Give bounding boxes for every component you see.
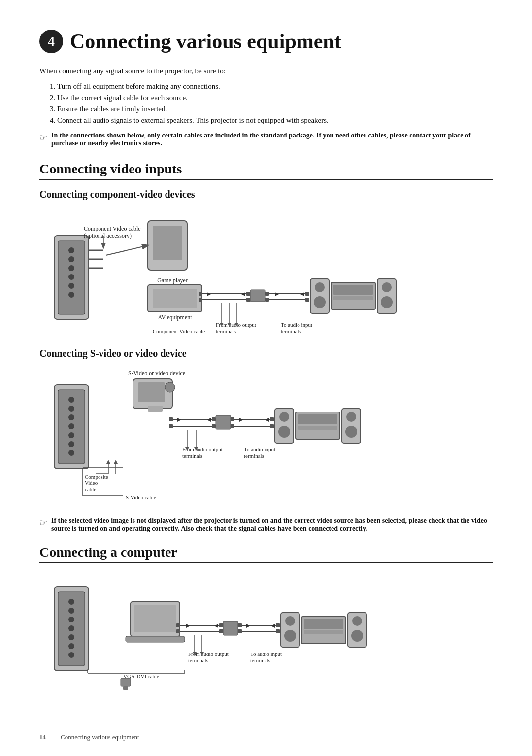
svg-point-125 (68, 643, 74, 649)
svg-rect-151 (304, 619, 343, 629)
svg-point-63 (68, 423, 74, 429)
label-component-cable: Component Video cable (84, 225, 141, 232)
note-text-2: If the selected video image is not displ… (51, 517, 493, 533)
svg-rect-75 (169, 424, 173, 428)
svg-rect-41 (333, 285, 373, 295)
note-text: In the connections shown below, only cer… (51, 132, 493, 147)
diagram-svg-2: S-Video or video device (39, 365, 483, 503)
svg-point-61 (68, 406, 74, 412)
svg-rect-34 (305, 298, 309, 302)
svg-marker-145 (246, 624, 250, 628)
svg-rect-134 (219, 623, 223, 627)
svg-rect-169 (123, 686, 128, 690)
svg-rect-28 (250, 290, 265, 302)
svg-marker-27 (241, 292, 245, 296)
svg-rect-86 (270, 424, 274, 428)
svg-rect-31 (265, 292, 269, 296)
section-title-2: Connecting a computer (39, 545, 493, 563)
svg-rect-71 (148, 406, 163, 412)
list-item: Connect all audio signals to external sp… (57, 116, 493, 125)
svg-point-62 (68, 414, 74, 420)
diagram-svg-1: Component Video cable (optional accessor… (39, 206, 483, 334)
svg-point-5 (68, 274, 74, 280)
svg-rect-24 (246, 292, 250, 296)
svg-text:terminals: terminals (216, 328, 236, 334)
svg-text:Component Video cable: Component Video cable (153, 328, 205, 334)
svg-text:(optional accessory): (optional accessory) (84, 232, 132, 239)
svg-text:From audio output: From audio output (182, 447, 223, 452)
svg-rect-33 (305, 292, 309, 296)
svg-rect-77 (212, 424, 216, 428)
footer-page-number: 14 (39, 733, 46, 741)
footer: 14 Connecting various equipment (0, 733, 532, 741)
list-item: Ensure the cables are firmly inserted. (57, 105, 493, 113)
svg-text:terminals: terminals (188, 657, 208, 663)
section-video-inputs: Connecting video inputs Connecting compo… (39, 161, 493, 505)
svg-marker-136 (186, 624, 190, 628)
svg-text:To audio input: To audio input (244, 447, 275, 452)
svg-point-6 (68, 283, 74, 289)
svg-point-96 (346, 412, 356, 422)
list-item: Turn off all equipment before making any… (57, 82, 493, 91)
svg-rect-142 (238, 629, 242, 633)
svg-marker-78 (177, 418, 181, 422)
numbered-list: Turn off all equipment before making any… (57, 82, 493, 125)
svg-point-149 (284, 630, 296, 642)
svg-marker-26 (207, 292, 211, 296)
svg-point-38 (315, 282, 325, 292)
svg-point-123 (68, 625, 74, 631)
svg-rect-23 (199, 298, 202, 302)
svg-point-60 (68, 397, 74, 403)
section-computer: Connecting a computer (39, 545, 493, 697)
svg-text:terminals: terminals (182, 453, 202, 459)
svg-rect-144 (276, 629, 280, 633)
svg-point-122 (68, 617, 74, 622)
diagram-component-video: Component Video cable (optional accessor… (39, 206, 493, 336)
svg-marker-79 (207, 418, 211, 422)
section-title-1: Connecting video inputs (39, 161, 493, 180)
note-icon: ☞ (39, 132, 47, 143)
note-box-1: ☞ In the connections shown below, only c… (39, 132, 493, 147)
svg-marker-109 (114, 460, 118, 464)
svg-text:To audio input: To audio input (281, 322, 312, 328)
svg-text:cable: cable (85, 486, 96, 492)
svg-rect-85 (270, 417, 274, 421)
svg-rect-69 (138, 382, 165, 402)
subsection-title-1: Connecting component-video devices (39, 189, 493, 200)
svg-rect-32 (265, 298, 269, 302)
svg-rect-168 (121, 678, 131, 686)
svg-text:terminals: terminals (281, 328, 301, 334)
svg-point-45 (381, 296, 393, 308)
svg-marker-107 (106, 460, 110, 464)
svg-point-90 (279, 412, 289, 422)
svg-point-148 (285, 616, 295, 626)
svg-point-126 (68, 652, 74, 658)
svg-point-7 (68, 292, 74, 298)
svg-point-2 (68, 247, 74, 253)
page-title: 4 Connecting various equipment (39, 30, 493, 53)
svg-point-154 (352, 616, 362, 626)
svg-text:S-Video or video device: S-Video or video device (128, 370, 185, 377)
svg-line-16 (106, 245, 148, 255)
svg-rect-143 (276, 623, 280, 627)
svg-text:Game player: Game player (157, 277, 188, 284)
svg-point-39 (314, 296, 326, 308)
svg-rect-135 (219, 629, 223, 633)
footer-section-title: Connecting various equipment (61, 733, 139, 741)
svg-marker-146 (271, 624, 275, 628)
svg-rect-18 (153, 289, 197, 308)
svg-marker-88 (265, 418, 269, 422)
svg-text:terminals: terminals (244, 453, 264, 459)
svg-rect-128 (134, 605, 176, 632)
svg-point-70 (165, 382, 175, 392)
svg-point-91 (278, 426, 290, 438)
svg-point-44 (382, 282, 392, 292)
svg-point-64 (68, 432, 74, 438)
svg-point-4 (68, 265, 74, 271)
svg-rect-93 (298, 414, 337, 424)
svg-rect-84 (231, 424, 234, 428)
svg-rect-138 (223, 621, 238, 635)
svg-rect-94 (298, 426, 337, 430)
note-box-2: ☞ If the selected video image is not dis… (39, 517, 493, 533)
list-item: Use the correct signal cable for each so… (57, 94, 493, 102)
